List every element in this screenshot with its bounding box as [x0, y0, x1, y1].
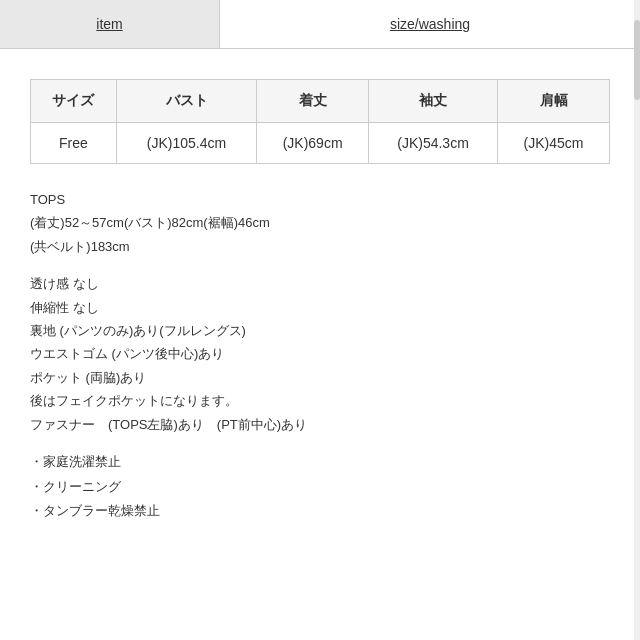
cell-bust: (JK)105.4cm — [116, 123, 256, 164]
cell-shoulder: (JK)45cm — [498, 123, 610, 164]
cell-sleeve: (JK)54.3cm — [369, 123, 498, 164]
scrollbar[interactable] — [634, 0, 640, 640]
tops-detail1: (着丈)52～57cm(バスト)82cm(裾幅)46cm — [30, 211, 610, 234]
tabs-container: item size/washing — [0, 0, 640, 49]
tops-info: TOPS — [30, 188, 610, 211]
cell-size: Free — [31, 123, 117, 164]
feature-3: ウエストゴム (パンツ後中心)あり — [30, 342, 610, 365]
col-bust: バスト — [116, 80, 256, 123]
table-header-row: サイズ バスト 着丈 袖丈 肩幅 — [31, 80, 610, 123]
table-row: Free (JK)105.4cm (JK)69cm (JK)54.3cm (JK… — [31, 123, 610, 164]
tab-item[interactable]: item — [0, 0, 220, 48]
care-list: 家庭洗濯禁止 クリーニング タンブラー乾燥禁止 — [30, 450, 610, 524]
feature-2: 裏地 (パンツのみ)あり(フルレングス) — [30, 319, 610, 342]
col-length: 着丈 — [257, 80, 369, 123]
scrollbar-thumb[interactable] — [634, 20, 640, 100]
feature-4: ポケット (両脇)あり — [30, 366, 610, 389]
feature-0: 透け感 なし — [30, 272, 610, 295]
feature-1: 伸縮性 なし — [30, 296, 610, 319]
tops-detail2: (共ベルト)183cm — [30, 235, 610, 258]
tab-size[interactable]: size/washing — [220, 0, 640, 48]
feature-6: ファスナー (TOPS左脇)あり (PT前中心)あり — [30, 413, 610, 436]
tops-section: TOPS (着丈)52～57cm(バスト)82cm(裾幅)46cm (共ベルト)… — [30, 188, 610, 258]
description-block: TOPS (着丈)52～57cm(バスト)82cm(裾幅)46cm (共ベルト)… — [30, 188, 610, 524]
content-area: サイズ バスト 着丈 袖丈 肩幅 Free (JK)105.4cm (JK)69… — [0, 69, 640, 544]
feature-5: 後はフェイクポケットになります。 — [30, 389, 610, 412]
care-section: 家庭洗濯禁止 クリーニング タンブラー乾燥禁止 — [30, 450, 610, 524]
col-shoulder: 肩幅 — [498, 80, 610, 123]
features-section: 透け感 なし 伸縮性 なし 裏地 (パンツのみ)あり(フルレングス) ウエストゴ… — [30, 272, 610, 436]
size-table: サイズ バスト 着丈 袖丈 肩幅 Free (JK)105.4cm (JK)69… — [30, 79, 610, 164]
col-size: サイズ — [31, 80, 117, 123]
care-item-1: クリーニング — [30, 475, 610, 500]
care-item-2: タンブラー乾燥禁止 — [30, 499, 610, 524]
cell-length: (JK)69cm — [257, 123, 369, 164]
col-sleeve: 袖丈 — [369, 80, 498, 123]
care-item-0: 家庭洗濯禁止 — [30, 450, 610, 475]
